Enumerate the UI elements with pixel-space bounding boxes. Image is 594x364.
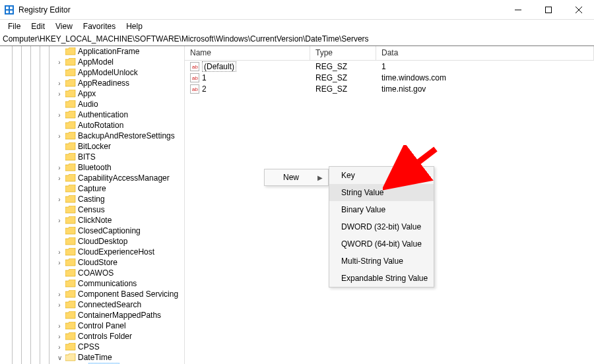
menu-help[interactable]: Help: [121, 20, 148, 32]
expand-chevron-icon[interactable]: ›: [55, 291, 63, 298]
folder-icon: [65, 111, 76, 119]
context-item[interactable]: Binary Value: [329, 201, 434, 218]
folder-icon: [65, 332, 76, 340]
value-type: REG_SZ: [310, 62, 376, 71]
value-data: time.nist.gov: [376, 84, 594, 94]
close-button[interactable]: [564, 0, 594, 20]
context-item[interactable]: Key: [329, 167, 434, 184]
maximize-button[interactable]: [533, 0, 564, 20]
tree-node-label: Control Panel: [78, 321, 126, 330]
client-area: ApplicationFrame›AppModelAppModelUnlock›…: [0, 46, 594, 364]
context-item[interactable]: Multi-String Value: [329, 253, 434, 270]
minimize-button[interactable]: [503, 0, 533, 20]
expand-chevron-icon[interactable]: ›: [55, 322, 63, 330]
menu-favorites[interactable]: Favorites: [78, 20, 121, 32]
menu-edit[interactable]: Edit: [26, 20, 50, 32]
folder-icon: [65, 142, 76, 150]
context-menu-new[interactable]: New ▶: [264, 169, 329, 186]
expand-chevron-icon[interactable]: ›: [55, 333, 63, 340]
context-item[interactable]: Expandable String Value: [329, 270, 434, 287]
context-item[interactable]: QWORD (64-bit) Value: [329, 235, 434, 253]
folder-icon: [65, 121, 76, 129]
tree-node-label: CloudExperienceHost: [78, 247, 154, 257]
tree-node-label: ClickNote: [78, 216, 112, 225]
tree-node-label: Controls Folder: [78, 332, 132, 341]
folder-icon: [65, 47, 76, 55]
menu-file[interactable]: File: [3, 20, 26, 32]
menu-view[interactable]: View: [50, 20, 78, 32]
col-header-data[interactable]: Data: [376, 46, 594, 60]
context-submenu: KeyString ValueBinary ValueDWORD (32-bit…: [329, 166, 434, 288]
tree-node-label: ContainerMappedPaths: [78, 311, 161, 320]
tree-guide-lines: [0, 46, 53, 364]
tree-node-label: Casting: [78, 195, 105, 204]
tree-node-label: BITS: [78, 152, 96, 162]
value-name: 1: [202, 73, 207, 82]
value-name: 2: [202, 84, 207, 94]
value-type: REG_SZ: [310, 73, 376, 82]
folder-icon: [65, 90, 76, 98]
tree-node-label: CloudDesktop: [78, 237, 127, 246]
folder-icon: [65, 79, 76, 87]
address-bar[interactable]: Computer\HKEY_LOCAL_MACHINE\SOFTWARE\Mic…: [0, 33, 594, 46]
context-item[interactable]: DWORD (32-bit) Value: [329, 218, 434, 235]
tree-node-label: CapabilityAccessManager: [78, 173, 170, 183]
folder-icon: [65, 100, 76, 108]
value-row[interactable]: ab2REG_SZtime.nist.gov: [185, 83, 594, 94]
expand-chevron-icon[interactable]: ›: [55, 249, 63, 256]
expand-chevron-icon[interactable]: ›: [55, 259, 63, 266]
expand-chevron-icon[interactable]: ›: [55, 59, 63, 66]
expand-chevron-icon[interactable]: ›: [55, 90, 63, 98]
col-header-type[interactable]: Type: [310, 46, 376, 60]
expand-chevron-icon[interactable]: ›: [55, 344, 63, 351]
tree-node-label: AppReadiness: [78, 78, 129, 88]
expand-chevron-icon[interactable]: ›: [55, 217, 63, 224]
folder-icon: [65, 311, 76, 319]
folder-icon: [65, 58, 76, 66]
tree-node-label: CloudStore: [78, 258, 117, 267]
expand-chevron-icon[interactable]: ›: [55, 196, 63, 203]
expand-chevron-icon[interactable]: ∨: [55, 354, 63, 361]
tree-node-label: Census: [78, 205, 105, 214]
svg-rect-3: [6, 11, 9, 13]
folder-icon: [65, 353, 76, 361]
svg-text:ab: ab: [192, 75, 198, 81]
registry-editor-window: Registry Editor File Edit View Favorites…: [0, 0, 594, 364]
value-row[interactable]: ab1REG_SZtime.windows.com: [185, 72, 594, 83]
expand-chevron-icon[interactable]: ›: [55, 175, 63, 182]
folder-icon: [65, 280, 76, 288]
folder-icon: [65, 195, 76, 203]
title-bar[interactable]: Registry Editor: [0, 0, 594, 20]
context-item[interactable]: String Value: [329, 184, 434, 201]
value-row[interactable]: ab(Default)REG_SZ1: [185, 61, 594, 72]
tree-node-label: Authentication: [78, 110, 128, 119]
expand-chevron-icon[interactable]: ›: [55, 164, 63, 171]
folder-icon: [65, 227, 76, 235]
col-header-name[interactable]: Name: [185, 46, 310, 60]
tree-node-label: AppModel: [78, 57, 114, 67]
tree-pane[interactable]: ApplicationFrame›AppModelAppModelUnlock›…: [0, 46, 185, 364]
tree-node-label: ConnectedSearch: [78, 300, 141, 309]
expand-chevron-icon[interactable]: ›: [55, 111, 63, 119]
folder-icon: [65, 153, 76, 161]
tree-node-label: AutoRotation: [78, 121, 123, 130]
folder-icon: [65, 206, 76, 214]
tree-node-label: Component Based Servicing: [78, 289, 178, 299]
tree-node-label: Capture: [78, 184, 106, 193]
column-headers: Name Type Data: [185, 46, 594, 61]
string-value-icon: ab: [190, 62, 199, 71]
tree-node-label: ClosedCaptioning: [78, 226, 141, 235]
expand-chevron-icon[interactable]: ›: [55, 80, 63, 87]
folder-icon: [65, 322, 76, 330]
folder-icon: [65, 343, 76, 351]
tree-node-label: DateTime: [78, 353, 112, 362]
svg-text:ab: ab: [192, 86, 198, 92]
folder-icon: [65, 164, 76, 171]
tree-node-label: CPSS: [78, 342, 100, 351]
tree-node-label: BitLocker: [78, 142, 111, 151]
folder-icon: [65, 216, 76, 224]
expand-chevron-icon[interactable]: ›: [55, 133, 63, 140]
context-menu-new-label: New: [283, 173, 299, 182]
value-data: time.windows.com: [376, 73, 594, 82]
expand-chevron-icon[interactable]: ›: [55, 301, 63, 309]
